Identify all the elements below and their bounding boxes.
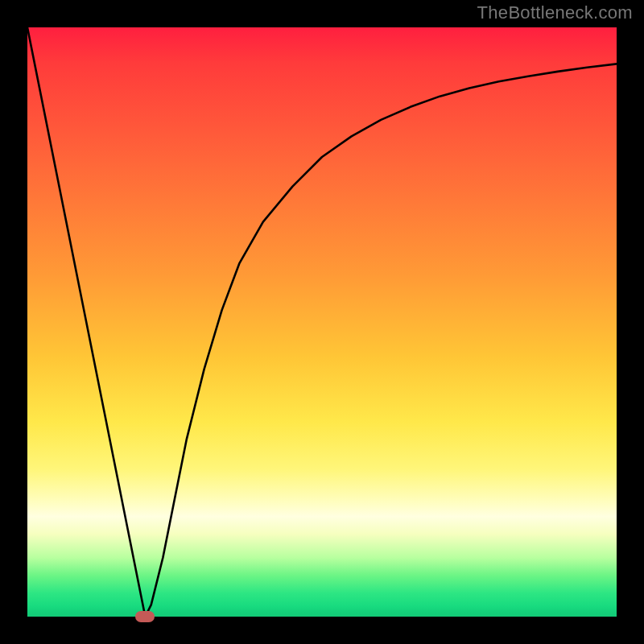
plot-area <box>27 27 617 617</box>
curve-layer <box>27 27 617 617</box>
minimum-marker <box>135 611 155 622</box>
bottleneck-curve <box>27 27 617 617</box>
watermark-text: TheBottleneck.com <box>477 2 633 23</box>
chart-frame: TheBottleneck.com <box>0 0 644 644</box>
